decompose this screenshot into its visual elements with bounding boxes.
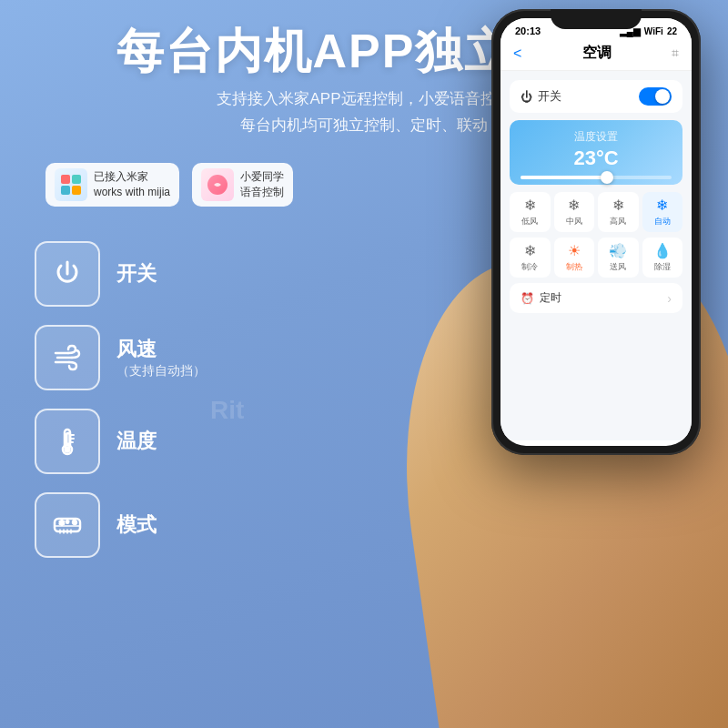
badge-mijia: 已接入米家 works with mijia [46, 163, 179, 207]
power-text: 开关 [538, 88, 561, 105]
svg-text:❄: ❄ [59, 520, 65, 526]
fan-low-icon: ❄ [511, 197, 549, 214]
svg-rect-3 [72, 186, 81, 195]
mode-icon-box: ❄ * [35, 492, 100, 558]
mode-cool-label: 制冷 [521, 262, 538, 271]
phone-navbar: < 空调 ⌗ [500, 40, 692, 71]
fan-mid-icon: ❄ [556, 197, 593, 214]
battery-level: 22 [667, 26, 677, 36]
xiaoai-icon [201, 168, 234, 201]
feature-temperature: 温度 [35, 409, 206, 474]
power-icon: ⏻ [521, 90, 532, 104]
mijia-icon [55, 168, 87, 201]
mode-fan-label: 送风 [610, 262, 626, 271]
phone-mockup: 20:13 ▂▄▆ WiFi 22 < 空调 ⌗ ⏻ 开关 [491, 9, 701, 455]
feature-mode: ❄ * 模式 [35, 492, 206, 558]
svg-rect-2 [61, 186, 70, 195]
phone-screen: 20:13 ▂▄▆ WiFi 22 < 空调 ⌗ ⏻ 开关 [500, 18, 692, 446]
temp-slider[interactable] [521, 176, 672, 179]
mode-dry[interactable]: 💧 除湿 [642, 238, 683, 278]
power-row: ⏻ 开关 [510, 80, 682, 113]
feature-power: 开关 [35, 241, 206, 307]
subtitle-line2: 每台内机均可独立控制、定时、联动 [240, 116, 488, 134]
temp-icon-box [35, 409, 100, 474]
fan-low-label: 低风 [521, 217, 538, 226]
fan-low[interactable]: ❄ 低风 [510, 192, 551, 232]
fan-auto[interactable]: ❄ 自动 [642, 192, 683, 232]
temp-title: 温度设置 [521, 129, 672, 145]
svg-rect-1 [72, 175, 81, 184]
mode-heat[interactable]: ☀ 制热 [554, 238, 595, 278]
nav-title: 空调 [582, 44, 612, 63]
svg-text:*: * [66, 520, 69, 526]
subtitle-line1: 支持接入米家APP远程控制，小爱语音控制 [217, 90, 511, 107]
svg-rect-0 [61, 175, 70, 184]
mode-row: ❄ 制冷 ☀ 制热 💨 送风 💧 除湿 [510, 238, 682, 278]
mode-fan[interactable]: 💨 送风 [598, 238, 639, 278]
mode-fan-icon: 💨 [600, 242, 637, 259]
mode-heat-icon: ☀ [556, 242, 593, 259]
back-arrow-icon[interactable]: < [513, 46, 521, 62]
fan-auto-icon: ❄ [644, 197, 682, 214]
fan-row: ❄ 低风 ❄ 中风 ❄ 高风 ❄ 自动 [510, 192, 682, 232]
badge-xiaoai: 小爱同学 语音控制 [192, 163, 293, 207]
fan-auto-label: 自动 [654, 217, 671, 226]
feature-power-label: 开关 [116, 261, 157, 288]
main-container: 每台内机APP独立控制 支持接入米家APP远程控制，小爱语音控制 每台内机均可独… [0, 0, 728, 728]
fan-mid-label: 中风 [566, 217, 582, 226]
svg-point-7 [66, 448, 70, 452]
feature-wind-label: 风速 （支持自动挡） [116, 337, 206, 379]
fan-high-icon: ❄ [600, 197, 637, 214]
timer-left: ⏰ 定时 [521, 290, 561, 306]
timer-row[interactable]: ⏰ 定时 › [510, 283, 682, 313]
feature-wind: 风速 （支持自动挡） [35, 325, 206, 390]
edit-icon[interactable]: ⌗ [672, 46, 679, 61]
mode-cool-icon: ❄ [511, 242, 549, 259]
feature-temp-label: 温度 [116, 429, 157, 455]
temp-card: 温度设置 23°C [510, 120, 682, 185]
feature-list: 开关 风速 （支持自动挡） [35, 241, 206, 558]
timer-label: 定时 [540, 290, 561, 306]
badge-mijia-text: 已接入米家 works with mijia [94, 169, 170, 200]
svg-point-14 [73, 521, 76, 524]
mode-cool[interactable]: ❄ 制冷 [510, 238, 551, 278]
power-label: ⏻ 开关 [521, 88, 561, 105]
phone-notch [551, 9, 642, 29]
phone-content: ⏻ 开关 温度设置 23°C ❄ [500, 71, 692, 440]
mode-dry-icon: 💧 [644, 242, 682, 259]
feature-mode-label: 模式 [116, 512, 157, 539]
temp-slider-thumb [601, 171, 613, 184]
fan-high[interactable]: ❄ 高风 [598, 192, 639, 232]
mode-heat-label: 制热 [566, 262, 582, 271]
temp-value: 23°C [521, 147, 672, 170]
timer-arrow-icon: › [667, 291, 672, 306]
mode-dry-label: 除湿 [654, 262, 671, 271]
power-icon-box [35, 241, 100, 307]
badge-xiaoai-text: 小爱同学 语音控制 [240, 169, 284, 200]
power-toggle[interactable] [639, 87, 672, 106]
wind-icon-box [35, 325, 100, 390]
wifi-icon: WiFi [644, 26, 663, 36]
timer-icon: ⏰ [521, 292, 534, 305]
rit-text: Rit [210, 396, 244, 425]
fan-mid[interactable]: ❄ 中风 [554, 192, 595, 232]
temp-slider-fill [521, 176, 603, 179]
status-time: 20:13 [515, 25, 541, 36]
fan-high-label: 高风 [610, 217, 626, 226]
